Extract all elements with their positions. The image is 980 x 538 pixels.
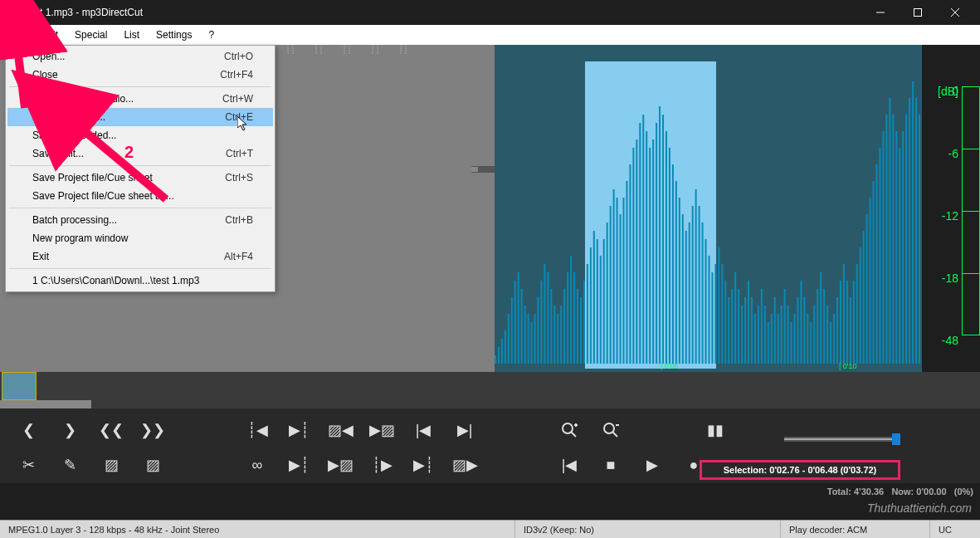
time-mark-1: | 0'05 [661, 362, 679, 370]
region-b-icon[interactable]: ▨ [139, 453, 166, 477]
svg-rect-27 [570, 256, 572, 364]
next-button[interactable]: ❯ [56, 418, 83, 442]
svg-rect-131 [912, 81, 914, 364]
overview-selection[interactable] [2, 372, 37, 400]
svg-rect-22 [553, 306, 555, 364]
svg-rect-42 [620, 214, 622, 364]
rewind-button[interactable]: ❮❮ [98, 418, 124, 442]
skip-fwd-icon[interactable]: ▶┊ [285, 418, 312, 442]
forward-button[interactable]: ❯❯ [139, 418, 166, 442]
separator [9, 165, 271, 166]
zoom-in-button[interactable] [556, 418, 583, 442]
menu-exit[interactable]: ExitAlt+F4 [7, 247, 273, 266]
svg-rect-16 [534, 314, 536, 364]
minimize-button[interactable] [861, 0, 899, 25]
skip-back-icon[interactable]: ┊◀ [244, 418, 271, 442]
svg-rect-68 [705, 239, 707, 364]
svg-rect-48 [639, 123, 641, 364]
prev-button[interactable]: ❮ [15, 418, 41, 442]
window-title: test 1.mp3 - mp3DirectCut [27, 7, 861, 18]
svg-rect-52 [652, 139, 654, 364]
mark-in-icon[interactable]: ▨◀ [327, 418, 353, 442]
svg-rect-56 [666, 131, 667, 364]
play-sel-5-icon[interactable]: ▨▶ [451, 453, 478, 477]
play-button[interactable]: ▶ [639, 453, 666, 477]
svg-rect-84 [758, 306, 759, 364]
svg-line-139 [612, 432, 617, 437]
play-sel-4-icon[interactable]: ▶┊ [410, 453, 436, 477]
db-18: -18 [942, 271, 958, 285]
menu-save-selection[interactable]: Save selection...Ctrl+E [7, 108, 273, 126]
svg-rect-89 [774, 297, 776, 364]
svg-rect-29 [577, 289, 578, 364]
svg-rect-63 [689, 223, 690, 364]
svg-rect-45 [629, 164, 631, 364]
svg-rect-94 [791, 322, 792, 364]
svg-rect-58 [672, 164, 674, 364]
menu-help[interactable]: ? [200, 25, 222, 45]
totals-info: Total: 4'30.36 Now: 0'00.00 (0%) [827, 487, 973, 496]
svg-rect-130 [909, 98, 910, 364]
svg-rect-64 [692, 206, 694, 364]
svg-rect-44 [626, 181, 627, 364]
menu-save-reencoded[interactable]: Save re-encoded... [7, 126, 273, 144]
volume-thumb[interactable] [892, 433, 900, 445]
volume-slider[interactable] [784, 437, 900, 442]
db-48: -48 [942, 334, 958, 347]
goto-end-icon[interactable]: ▶| [451, 418, 478, 442]
svg-rect-62 [685, 231, 687, 364]
play-sel-1-icon[interactable]: ▶┊ [285, 453, 312, 477]
separator [9, 208, 271, 208]
maximize-button[interactable] [899, 0, 936, 25]
menu-new-window[interactable]: New program window [7, 229, 273, 247]
svg-rect-100 [810, 322, 812, 364]
close-button[interactable] [936, 0, 973, 25]
waveform-area[interactable]: | 0'05 | 0'10 [495, 45, 922, 372]
edit-button[interactable]: ✎ [56, 453, 83, 477]
pause-icon[interactable]: ▮▮ [702, 418, 729, 442]
separator [9, 86, 271, 87]
menu-save-project[interactable]: Save Project file/Cue sheetCtrl+S [7, 169, 273, 187]
stop-button[interactable]: ■ [597, 453, 624, 477]
menu-batch[interactable]: Batch processing...Ctrl+B [7, 211, 273, 229]
menu-list[interactable]: List [115, 25, 148, 45]
overview-scroll-thumb[interactable] [0, 400, 91, 408]
svg-rect-74 [724, 281, 726, 364]
region-a-icon[interactable]: ▨ [98, 453, 124, 477]
svg-rect-117 [866, 214, 868, 364]
svg-rect-102 [817, 289, 818, 364]
svg-rect-132 [915, 98, 917, 364]
goto-start-icon[interactable]: |◀ [410, 418, 436, 442]
svg-rect-121 [880, 148, 881, 364]
menu-save-project-as[interactable]: Save Project file/Cue sheet as... [7, 187, 273, 205]
menu-open[interactable]: Open...Ctrl+O [7, 47, 273, 66]
menu-recent-1[interactable]: 1 C:\Users\Conan\Downl...\test 1.mp3 [7, 271, 273, 290]
svg-rect-81 [748, 281, 749, 364]
cut-button[interactable]: ✂ [15, 453, 41, 477]
svg-rect-113 [853, 281, 855, 364]
play-sel-2-icon[interactable]: ▶▨ [327, 453, 353, 477]
menu-save-split[interactable]: Save split...Ctrl+T [7, 144, 273, 163]
menu-close-file[interactable]: CloseCtrl+F4 [7, 66, 273, 84]
watermark: Thuthuattienich.com [867, 501, 972, 515]
menu-special[interactable]: Special [66, 25, 115, 45]
svg-rect-1 [914, 9, 921, 17]
go-first-button[interactable]: |◀ [556, 453, 583, 477]
svg-rect-41 [617, 198, 618, 364]
mark-out-icon[interactable]: ▶▨ [368, 418, 395, 442]
svg-rect-106 [830, 322, 831, 364]
svg-rect-67 [702, 223, 704, 364]
menu-edit[interactable]: Edit [32, 25, 66, 45]
level-meter [471, 166, 495, 173]
svg-rect-128 [902, 131, 904, 364]
svg-rect-5 [498, 347, 500, 364]
zoom-out-button[interactable] [597, 418, 624, 442]
svg-rect-53 [656, 123, 657, 364]
play-sel-3-icon[interactable]: ┊▶ [368, 453, 395, 477]
svg-rect-19 [544, 264, 545, 364]
loop-button[interactable]: ∞ [244, 453, 271, 477]
menu-file[interactable]: File [0, 25, 32, 45]
menu-save-complete[interactable]: Save complete audio...Ctrl+W [7, 90, 273, 108]
menu-settings[interactable]: Settings [148, 25, 200, 45]
overview-strip[interactable] [0, 372, 980, 408]
